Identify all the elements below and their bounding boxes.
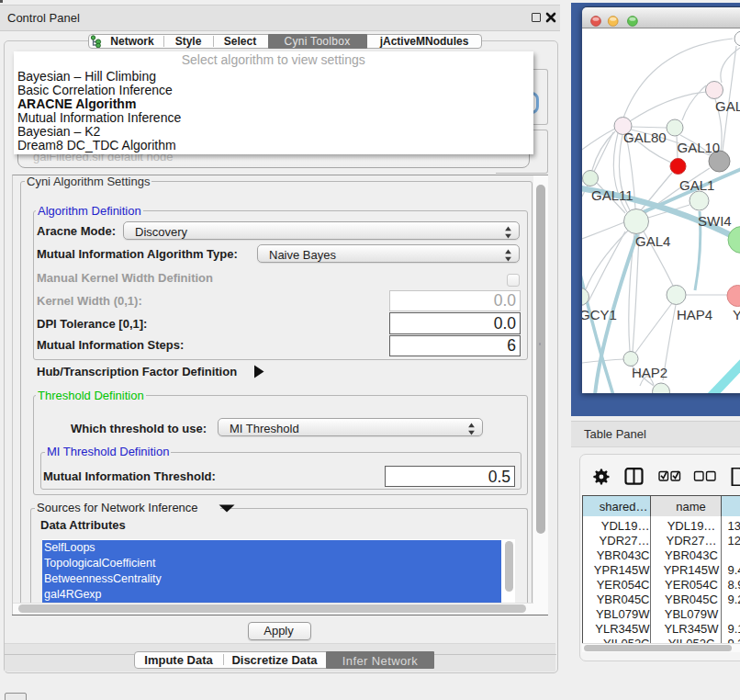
svg-text:HAP4: HAP4 bbox=[677, 307, 712, 322]
svg-text:GAL10: GAL10 bbox=[678, 140, 721, 155]
svg-text:GAL2: GAL2 bbox=[715, 98, 740, 114]
svg-text:GAL80: GAL80 bbox=[623, 130, 667, 145]
svg-text:GCY1: GCY1 bbox=[582, 307, 617, 322]
svg-text:GAL11: GAL11 bbox=[591, 187, 633, 203]
svg-text:GAL4: GAL4 bbox=[635, 233, 670, 249]
svg-text:YD: YD bbox=[733, 307, 740, 322]
svg-text:GAL1: GAL1 bbox=[679, 177, 714, 193]
svg-text:HAP2: HAP2 bbox=[632, 365, 667, 380]
svg-text:SWI4: SWI4 bbox=[698, 213, 732, 229]
